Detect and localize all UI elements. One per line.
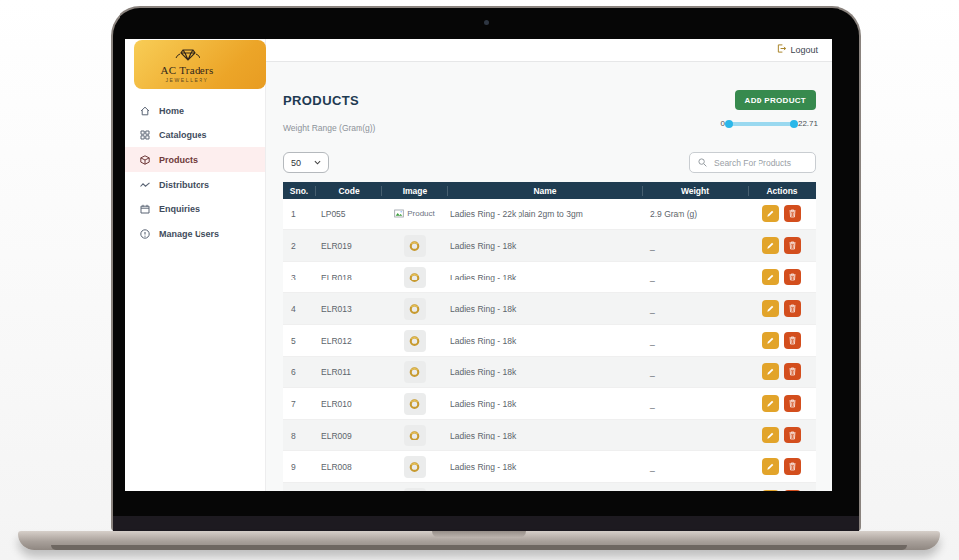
edit-icon: [766, 209, 775, 218]
delete-product-button[interactable]: [784, 332, 801, 349]
product-name: Ladies Ring - 18k: [447, 336, 642, 346]
logout-icon: [777, 44, 786, 55]
product-name: Ladies Ring - 18k: [447, 304, 642, 314]
product-thumbnail: [404, 267, 426, 288]
product-name: Ladies Ring - 18k: [447, 367, 642, 377]
sidebar-item-home[interactable]: Home: [125, 98, 265, 122]
laptop-base-bottom: [51, 545, 907, 550]
delete-icon: [788, 462, 797, 471]
edit-icon: [766, 367, 775, 376]
laptop-base-notch: [432, 531, 526, 538]
product-weight: _: [642, 336, 748, 346]
product-weight: _: [642, 367, 748, 377]
slider-min-handle[interactable]: [725, 120, 733, 128]
product-code: ELR011: [315, 367, 381, 377]
ring-thumbnail-icon: [407, 428, 422, 442]
delete-icon: [788, 241, 797, 250]
sidebar-item-distributors[interactable]: Distributors: [125, 172, 265, 197]
brand-logo: AC Traders JEWELLERY: [134, 40, 266, 89]
product-thumbnail: [404, 425, 426, 446]
product-name: Ladies Ring - 18k: [447, 399, 642, 409]
table-row: 5ELR012Ladies Ring - 18k_: [283, 325, 816, 357]
sidebar-item-enquiries[interactable]: Enquiries: [125, 197, 265, 221]
app-viewport: Logout AC Traders JEWELLERY Home: [125, 39, 832, 491]
edit-product-button[interactable]: [762, 332, 779, 349]
product-name: Ladies Ring - 22k plain 2gm to 3gm: [447, 209, 642, 219]
page: Logout AC Traders JEWELLERY Home: [0, 0, 959, 560]
delete-product-button[interactable]: [784, 205, 801, 222]
edit-product-button[interactable]: [762, 427, 779, 443]
laptop-base: [18, 531, 940, 550]
product-weight: 2.9 Gram (g): [642, 209, 748, 219]
page-size-select[interactable]: 50: [283, 152, 329, 173]
product-sno: 7: [283, 399, 315, 409]
delete-product-button[interactable]: [784, 427, 801, 443]
logout-button[interactable]: Logout: [777, 44, 818, 55]
sidebar-item-products[interactable]: Products: [125, 147, 265, 172]
delete-product-button[interactable]: [784, 458, 801, 475]
slider-max-handle[interactable]: [790, 120, 798, 128]
sidebar-item-label: Enquiries: [159, 204, 200, 214]
product-sno: 1: [283, 209, 315, 219]
delete-product-button[interactable]: [784, 395, 801, 412]
delete-icon: [788, 273, 797, 281]
table-row: 3ELR018Ladies Ring - 18k_: [283, 262, 816, 293]
edit-product-button[interactable]: [762, 300, 779, 317]
product-code: ELR013: [315, 304, 381, 314]
product-sno: 6: [283, 367, 315, 377]
product-thumbnail: [404, 488, 426, 492]
delete-product-button[interactable]: [784, 490, 801, 491]
product-sno: 3: [283, 273, 315, 282]
delete-product-button[interactable]: [784, 300, 801, 317]
sidebar-item-manage-users[interactable]: Manage Users: [125, 221, 265, 246]
edit-product-button[interactable]: [762, 269, 779, 285]
product-code: ELR009: [315, 431, 381, 440]
edit-product-button[interactable]: [762, 237, 779, 254]
edit-product-button[interactable]: [762, 205, 779, 222]
product-name: Ladies Ring - 18k: [447, 431, 642, 440]
product-weight: _: [642, 462, 748, 472]
sidebar-item-catalogues[interactable]: Catalogues: [125, 122, 265, 147]
sidebar-item-label: Home: [159, 106, 184, 116]
product-code: ELR010: [315, 399, 381, 409]
edit-product-button[interactable]: [762, 490, 779, 491]
box-icon: [140, 155, 150, 165]
product-name: Ladies Ring - 18k: [447, 273, 642, 282]
slider-track[interactable]: [729, 122, 794, 126]
webcam-icon: [484, 20, 489, 25]
edit-product-button[interactable]: [762, 363, 779, 380]
sidebar: AC Traders JEWELLERY Home Catalogues Pro…: [125, 39, 266, 491]
edit-icon: [766, 399, 775, 408]
product-code: ELR018: [315, 273, 381, 282]
edit-product-button[interactable]: [762, 458, 779, 475]
product-sno: 4: [283, 304, 315, 314]
laptop-screen-bezel: Logout AC Traders JEWELLERY Home: [111, 6, 861, 531]
ring-thumbnail-icon: [407, 238, 422, 253]
edit-product-button[interactable]: [762, 395, 779, 412]
product-name: Ladies Ring - 18k: [447, 462, 642, 472]
delete-product-button[interactable]: [784, 237, 801, 254]
page-title: PRODUCTS: [283, 93, 359, 108]
sidebar-item-label: Products: [159, 155, 198, 165]
search-box[interactable]: [689, 152, 816, 173]
table-row: 1LP055ProductLadies Ring - 22k plain 2gm…: [283, 199, 816, 230]
sidebar-item-label: Distributors: [159, 180, 209, 190]
table-row: 9ELR008Ladies Ring - 18k_: [283, 451, 816, 483]
product-name: Ladies Ring - 18k: [447, 241, 642, 251]
delete-icon: [788, 399, 797, 408]
product-code: ELR008: [315, 462, 381, 472]
broken-image-placeholder: Product: [394, 209, 435, 218]
grid-icon: [140, 130, 150, 140]
ring-thumbnail-icon: [407, 396, 422, 411]
ring-thumbnail-icon: [407, 301, 422, 316]
delete-product-button[interactable]: [784, 363, 801, 380]
add-product-button[interactable]: ADD PRODUCT: [735, 90, 816, 110]
logout-label: Logout: [790, 45, 818, 55]
table-row: 4ELR013Ladies Ring - 18k_: [283, 293, 816, 325]
search-input[interactable]: [712, 157, 807, 169]
column-header-image: Image: [381, 186, 447, 196]
product-thumbnail: [404, 330, 426, 352]
delete-product-button[interactable]: [784, 269, 801, 285]
table-row: 7ELR010Ladies Ring - 18k_: [283, 388, 816, 420]
product-sno: 9: [283, 462, 315, 472]
